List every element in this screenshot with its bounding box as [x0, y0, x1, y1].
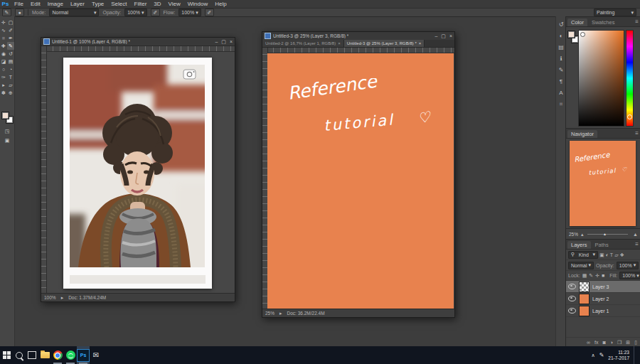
- paragraph-panel-icon[interactable]: ¶: [560, 79, 562, 85]
- eyedropper-tool-icon[interactable]: ✒: [7, 34, 14, 42]
- link-layers-icon[interactable]: ∞: [587, 339, 590, 346]
- gradient-tool-icon[interactable]: ▤: [7, 58, 14, 65]
- foreground-color-swatch[interactable]: [567, 31, 575, 38]
- layer-opacity-dropdown[interactable]: 100%▾: [617, 262, 639, 269]
- path-selection-tool-icon[interactable]: ▸: [0, 81, 7, 89]
- blur-tool-icon[interactable]: ○: [0, 65, 7, 73]
- doc2-zoom-level[interactable]: 25%: [265, 311, 274, 316]
- taskbar-search-button[interactable]: [13, 346, 26, 364]
- menu-help[interactable]: Help: [211, 0, 230, 8]
- zoom-tool-icon[interactable]: ⊕: [7, 89, 14, 97]
- show-desktop-button[interactable]: [634, 346, 636, 364]
- type-tool-icon[interactable]: T: [7, 73, 14, 81]
- panel-menu-icon[interactable]: ≡: [635, 131, 639, 136]
- zoom-out-icon[interactable]: ▴: [581, 231, 584, 237]
- task-view-button[interactable]: [26, 346, 38, 364]
- navigator-zoom-slider[interactable]: [587, 234, 628, 235]
- filter-smart-objects-icon[interactable]: ❖: [620, 252, 624, 258]
- menu-image[interactable]: Image: [44, 0, 67, 8]
- quick-selection-tool-icon[interactable]: ✐: [7, 26, 14, 34]
- menu-filter[interactable]: Filter: [131, 0, 151, 8]
- tab-untitled3[interactable]: Untitled-3 @ 25% (Layer 3, RGB/8) * ×: [344, 40, 425, 47]
- tray-chevron-icon[interactable]: ∧: [592, 353, 595, 358]
- slider-thumb[interactable]: ▲: [603, 232, 607, 236]
- layer-filter-dropdown[interactable]: ⚲ Kind ▾: [568, 251, 598, 259]
- foreground-color-swatch[interactable]: [1, 112, 9, 119]
- styles-panel-icon[interactable]: ▤: [558, 45, 564, 50]
- eraser-tool-icon[interactable]: ◪: [0, 58, 7, 65]
- filter-shape-layers-icon[interactable]: ▱: [614, 252, 618, 258]
- screen-mode-icon[interactable]: ▣: [4, 136, 11, 144]
- lock-all-icon[interactable]: ■: [602, 272, 604, 279]
- move-tool-icon[interactable]: ✛: [0, 18, 7, 26]
- zoom-in-icon[interactable]: ▲: [633, 231, 638, 237]
- tab-color[interactable]: Color: [567, 18, 587, 26]
- menu-file[interactable]: File: [11, 0, 27, 8]
- opacity-dropdown[interactable]: 100%▾: [124, 9, 146, 16]
- brush-tool-preset-icon[interactable]: ✎: [2, 9, 11, 16]
- airbrush-flow-icon[interactable]: ✐: [205, 9, 214, 16]
- layer-mask-icon[interactable]: ◙: [603, 339, 606, 346]
- brush-size-preset[interactable]: ●: [15, 9, 24, 16]
- lasso-tool-icon[interactable]: ∿: [0, 26, 7, 34]
- layer-thumbnail[interactable]: [579, 294, 590, 304]
- airbrush-opacity-icon[interactable]: ✐: [151, 9, 160, 16]
- panel-menu-icon[interactable]: ≡: [635, 19, 639, 25]
- visibility-eye-icon[interactable]: [568, 308, 576, 314]
- brush-settings-panel-icon[interactable]: ✎: [559, 68, 564, 73]
- doc1-title-bar[interactable]: Untitled-1 @ 100% (Layer 4, RGB/8) * – ▢…: [41, 38, 235, 46]
- crop-tool-icon[interactable]: ⌗: [0, 34, 7, 42]
- menu-3d[interactable]: 3D: [150, 0, 164, 8]
- doc1-canvas[interactable]: [63, 58, 212, 289]
- filter-pixel-layers-icon[interactable]: ▣: [599, 252, 604, 258]
- menu-edit[interactable]: Edit: [27, 0, 44, 8]
- doc1-zoom-level[interactable]: 100%: [44, 295, 56, 300]
- visibility-eye-icon[interactable]: [568, 284, 576, 289]
- adjustment-layer-icon[interactable]: ◑: [610, 339, 613, 346]
- saturation-brightness-field[interactable]: [578, 30, 624, 127]
- layer-row-layer2[interactable]: Layer 2: [566, 293, 640, 305]
- maximize-button[interactable]: ▢: [441, 32, 446, 40]
- tab-paths[interactable]: Paths: [592, 241, 612, 249]
- fill-dropdown[interactable]: 100%▾: [619, 272, 640, 279]
- navigator-thumbnail[interactable]: Reference tutorial ♡: [570, 141, 636, 226]
- adjustments-panel-icon[interactable]: ◐: [560, 33, 563, 39]
- tab-navigator[interactable]: Navigator: [567, 130, 597, 138]
- quick-mask-mode-icon[interactable]: ◳: [4, 127, 11, 135]
- navigator-zoom-value[interactable]: 25%: [569, 232, 578, 237]
- taskbar-clock[interactable]: 11:23 21-7-2017: [608, 350, 629, 361]
- chrome-button[interactable]: [51, 346, 64, 364]
- hue-slider[interactable]: [626, 30, 634, 127]
- flow-dropdown[interactable]: 100%▾: [178, 9, 201, 16]
- menu-type[interactable]: Type: [88, 0, 107, 8]
- minimize-button[interactable]: –: [434, 32, 437, 40]
- tab-layers[interactable]: Layers: [567, 241, 591, 249]
- tab-close-icon[interactable]: ×: [419, 41, 422, 46]
- workspace-switcher[interactable]: Painting▾: [594, 9, 636, 16]
- layer-blend-mode-dropdown[interactable]: Normal▾: [568, 262, 594, 269]
- photoshop-taskbar-button[interactable]: Ps: [77, 346, 90, 364]
- maximize-button[interactable]: ▢: [221, 38, 226, 46]
- mail-button[interactable]: ✉: [90, 346, 102, 364]
- menu-select[interactable]: Select: [107, 0, 130, 8]
- history-brush-tool-icon[interactable]: ↺: [7, 50, 14, 58]
- visibility-eye-icon[interactable]: [568, 296, 576, 301]
- new-layer-icon[interactable]: ⊞: [626, 339, 630, 346]
- filter-type-layers-icon[interactable]: T: [610, 252, 613, 258]
- menu-view[interactable]: View: [165, 0, 184, 8]
- pen-tray-icon[interactable]: ✎: [599, 352, 604, 358]
- tab-untitled2[interactable]: Untitled-2 @ 16,7% (Layer 1, RGB/8) ×: [262, 40, 344, 47]
- start-button[interactable]: [0, 346, 13, 364]
- lock-pixels-icon[interactable]: ✎: [589, 272, 593, 279]
- rectangular-marquee-tool-icon[interactable]: ▢: [7, 18, 14, 26]
- brush-tool-icon[interactable]: ✎: [7, 42, 14, 50]
- lock-transparency-icon[interactable]: ▦: [582, 272, 587, 279]
- filter-adjustment-layers-icon[interactable]: ◐: [606, 252, 609, 258]
- minimize-button[interactable]: –: [215, 38, 218, 46]
- dodge-tool-icon[interactable]: ◔: [7, 65, 14, 73]
- hue-slider-marker[interactable]: [627, 114, 632, 119]
- healing-brush-tool-icon[interactable]: ✚: [0, 42, 7, 50]
- clone-source-panel-icon[interactable]: ⌗: [560, 102, 563, 107]
- panel-menu-icon[interactable]: ≡: [635, 242, 639, 247]
- close-button[interactable]: ×: [449, 32, 452, 40]
